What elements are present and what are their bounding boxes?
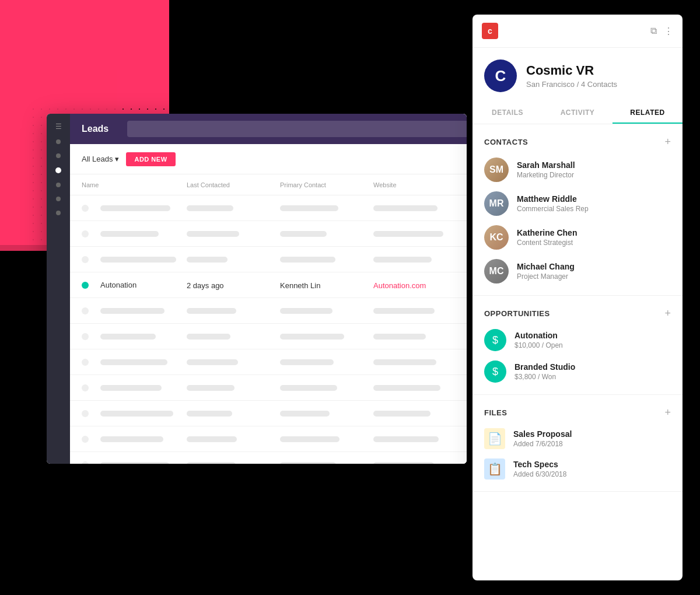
file-date-tech-specs: Added 6/30/2018 — [513, 470, 566, 478]
crm-window: ☰ Leads All Leads ▾ ADD NEW Name Last Co… — [47, 114, 467, 464]
dropdown-arrow-icon: ▾ — [115, 155, 119, 163]
add-file-button[interactable]: + — [664, 407, 671, 419]
company-avatar: C — [484, 60, 517, 92]
add-contact-button[interactable]: + — [664, 136, 671, 148]
opportunity-info-branded: Branded Studio $3,800 / Won — [514, 362, 575, 381]
detail-panel: c ⧉ ⋮ C Cosmic VR San Francisco / 4 Cont… — [473, 15, 682, 580]
nav-dot-2[interactable] — [56, 153, 61, 158]
row-website[interactable]: Autonation.com — [373, 281, 426, 290]
contact-avatar-sarah: SM — [484, 158, 509, 182]
table-row[interactable] — [70, 195, 467, 221]
nav-dot-active[interactable] — [55, 167, 61, 173]
search-bar[interactable] — [127, 121, 467, 137]
nav-dot-1[interactable] — [56, 139, 61, 144]
crm-main-content: Leads All Leads ▾ ADD NEW Name Last Cont… — [70, 114, 467, 464]
add-opportunity-button[interactable]: + — [664, 307, 671, 320]
table-row[interactable] — [70, 401, 467, 426]
contacts-section-title: CONTACTS — [484, 138, 528, 146]
panel-tabs: DETAILS ACTIVITY RELATED — [473, 102, 682, 124]
col-header-last-contacted: Last Contacted — [187, 181, 280, 188]
table-row[interactable] — [70, 452, 467, 464]
file-date-sales-proposal: Added 7/6/2018 — [513, 440, 572, 448]
col-header-primary-contact: Primary Contact — [280, 181, 373, 188]
company-header: C Cosmic VR San Francisco / 4 Contacts — [473, 48, 682, 102]
tab-details[interactable]: DETAILS — [473, 102, 542, 124]
contact-role-sarah: Marketing Director — [517, 171, 575, 179]
contact-name-michael: Michael Chang — [517, 262, 575, 271]
row-status-dot — [82, 282, 89, 289]
opportunities-section-header: OPPORTUNITIES + — [484, 307, 671, 320]
table-row[interactable] — [70, 221, 467, 247]
file-icon-sales-proposal: 📄 — [484, 428, 505, 449]
contact-name-sarah: Sarah Marshall — [517, 160, 575, 170]
company-subtitle: San Francisco / 4 Contacts — [526, 80, 617, 89]
contact-avatar-michael: MC — [484, 259, 509, 284]
file-name-tech-specs: Tech Specs — [513, 460, 566, 469]
panel-body: CONTACTS + SM Sarah Marshall Marketing D… — [473, 124, 682, 580]
file-tech-specs[interactable]: 📋 Tech Specs Added 6/30/2018 — [484, 459, 671, 480]
row-last-contacted: 2 days ago — [187, 281, 224, 290]
nav-dot-4[interactable] — [56, 183, 61, 187]
opportunities-section: OPPORTUNITIES + $ Autonation $10,000 / O… — [473, 296, 682, 395]
contacts-section-header: CONTACTS + — [484, 136, 671, 148]
contacts-section: CONTACTS + SM Sarah Marshall Marketing D… — [473, 124, 682, 296]
file-name-sales-proposal: Sales Proposal — [513, 429, 572, 439]
external-link-icon[interactable]: ⧉ — [650, 26, 657, 36]
file-sales-proposal[interactable]: 📄 Sales Proposal Added 7/6/2018 — [484, 428, 671, 449]
contact-katherine[interactable]: KC Katherine Chen Content Strategist — [484, 225, 671, 250]
table-body: Autonation 2 days ago Kenneth Lin Autona… — [70, 195, 467, 464]
contact-role-michael: Project Manager — [517, 272, 575, 281]
files-section: FILES + 📄 Sales Proposal Added 7/6/2018 … — [473, 395, 682, 492]
opportunities-section-title: OPPORTUNITIES — [484, 309, 550, 318]
files-section-title: FILES — [484, 408, 507, 417]
files-section-header: FILES + — [484, 407, 671, 419]
crm-sidebar: ☰ — [47, 114, 70, 464]
panel-topbar: c ⧉ ⋮ — [473, 15, 682, 48]
opportunity-icon-branded: $ — [484, 360, 506, 383]
contact-info-sarah: Sarah Marshall Marketing Director — [517, 160, 575, 179]
contact-name-katherine: Katherine Chen — [517, 228, 577, 237]
contact-info-michael: Michael Chang Project Manager — [517, 262, 575, 281]
tab-activity[interactable]: ACTIVITY — [542, 102, 612, 124]
contact-role-matthew: Commercial Sales Rep — [517, 205, 589, 213]
opportunity-name-branded: Branded Studio — [514, 362, 575, 372]
app-logo-letter: c — [488, 26, 492, 36]
table-row[interactable] — [70, 324, 467, 349]
contact-sarah[interactable]: SM Sarah Marshall Marketing Director — [484, 158, 671, 182]
file-icon-tech-specs: 📋 — [484, 459, 505, 480]
more-options-icon[interactable]: ⋮ — [664, 26, 673, 37]
panel-action-icons: ⧉ ⋮ — [650, 26, 673, 37]
contact-info-katherine: Katherine Chen Content Strategist — [517, 228, 577, 247]
opportunity-detail-autonation: $10,000 / Open — [514, 341, 563, 349]
all-leads-dropdown[interactable]: All Leads ▾ — [82, 155, 119, 163]
contact-matthew[interactable]: MR Matthew Riddle Commercial Sales Rep — [484, 191, 671, 216]
contact-name-matthew: Matthew Riddle — [517, 194, 589, 204]
contact-role-katherine: Content Strategist — [517, 239, 577, 247]
nav-dot-5[interactable] — [56, 197, 61, 201]
row-primary-contact: Kenneth Lin — [280, 281, 320, 290]
contact-michael[interactable]: MC Michael Chang Project Manager — [484, 259, 671, 284]
contact-avatar-matthew: MR — [484, 191, 509, 216]
nav-dot-6[interactable] — [56, 211, 61, 215]
table-row[interactable] — [70, 298, 467, 324]
opportunity-icon-autonation: $ — [484, 329, 506, 351]
tab-related[interactable]: RELATED — [612, 102, 682, 124]
table-row[interactable] — [70, 375, 467, 401]
opportunity-name-autonation: Autonation — [514, 331, 563, 340]
table-row[interactable] — [70, 349, 467, 375]
file-info-sales-proposal: Sales Proposal Added 7/6/2018 — [513, 429, 572, 448]
autonation-row[interactable]: Autonation 2 days ago Kenneth Lin Autona… — [70, 272, 467, 298]
company-name: Cosmic VR — [526, 63, 617, 78]
company-info: Cosmic VR San Francisco / 4 Contacts — [526, 63, 617, 89]
contact-info-matthew: Matthew Riddle Commercial Sales Rep — [517, 194, 589, 213]
opportunity-branded[interactable]: $ Branded Studio $3,800 / Won — [484, 360, 671, 383]
table-header: Name Last Contacted Primary Contact Webs… — [70, 174, 467, 195]
table-row[interactable] — [70, 247, 467, 272]
opportunity-autonation[interactable]: $ Autonation $10,000 / Open — [484, 329, 671, 351]
crm-topbar: Leads — [70, 114, 467, 144]
menu-icon[interactable]: ☰ — [55, 123, 62, 130]
col-header-website: Website — [373, 181, 467, 188]
add-new-button[interactable]: ADD NEW — [126, 152, 175, 166]
table-row[interactable] — [70, 426, 467, 452]
leads-toolbar: All Leads ▾ ADD NEW — [70, 144, 467, 174]
